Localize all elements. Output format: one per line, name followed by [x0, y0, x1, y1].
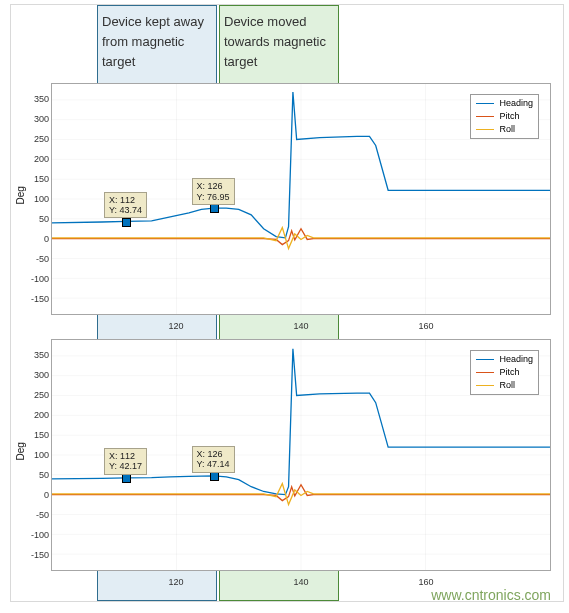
- chart-top: Deg Heading Pitch Roll -150-100-50050100…: [11, 75, 563, 345]
- ytick: -100: [15, 530, 49, 540]
- xtick: 160: [418, 321, 433, 331]
- chart-bottom: Deg Heading Pitch Roll -150-100-50050100…: [11, 331, 563, 601]
- ytick: 50: [15, 214, 49, 224]
- zone-away-label: Device kept away from magnetic target: [102, 12, 212, 72]
- legend-row-pitch: Pitch: [476, 366, 533, 379]
- ytick: 0: [15, 490, 49, 500]
- datatip-marker: [210, 472, 219, 481]
- ytick: 100: [15, 194, 49, 204]
- ytick: -50: [15, 510, 49, 520]
- datatip: X: 112Y: 43.74: [104, 192, 147, 219]
- ytick: 200: [15, 410, 49, 420]
- xtick: 120: [168, 321, 183, 331]
- ytick: -100: [15, 274, 49, 284]
- ytick: 150: [15, 174, 49, 184]
- ytick: 350: [15, 94, 49, 104]
- legend-row-roll: Roll: [476, 379, 533, 392]
- ytick: 300: [15, 114, 49, 124]
- ytick: 250: [15, 390, 49, 400]
- datatip: X: 126Y: 76.95: [192, 178, 235, 205]
- ytick: 350: [15, 350, 49, 360]
- datatip: X: 126Y: 47.14: [192, 446, 235, 473]
- ytick: 300: [15, 370, 49, 380]
- xtick: 120: [168, 577, 183, 587]
- datatip-marker: [122, 218, 131, 227]
- ytick: 50: [15, 470, 49, 480]
- ytick: 0: [15, 234, 49, 244]
- xtick: 160: [418, 577, 433, 587]
- watermark: www.cntronics.com: [431, 587, 551, 603]
- ytick: 100: [15, 450, 49, 460]
- ytick: -150: [15, 294, 49, 304]
- datatip-marker: [122, 474, 131, 483]
- xtick: 140: [293, 321, 308, 331]
- datatip-marker: [210, 204, 219, 213]
- legend-bottom: Heading Pitch Roll: [470, 350, 539, 395]
- ytick: 200: [15, 154, 49, 164]
- ytick: -50: [15, 254, 49, 264]
- legend-row-pitch: Pitch: [476, 110, 533, 123]
- zone-towards-label: Device moved towards magnetic target: [224, 12, 334, 72]
- legend-row-heading: Heading: [476, 97, 533, 110]
- ytick: 150: [15, 430, 49, 440]
- legend-row-roll: Roll: [476, 123, 533, 136]
- datatip: X: 112Y: 42.17: [104, 448, 147, 475]
- ytick: 250: [15, 134, 49, 144]
- ytick: -150: [15, 550, 49, 560]
- legend-top: Heading Pitch Roll: [470, 94, 539, 139]
- xtick: 140: [293, 577, 308, 587]
- legend-row-heading: Heading: [476, 353, 533, 366]
